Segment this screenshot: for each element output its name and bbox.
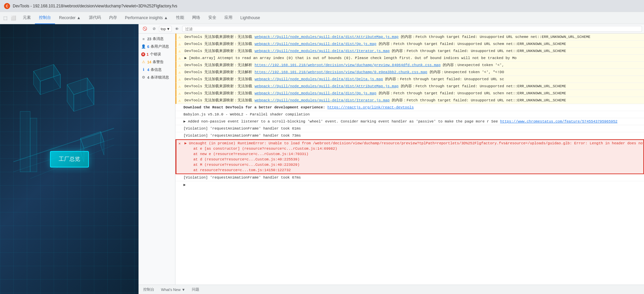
log-entry[interactable]: [Violation] 'requestAnimationFrame' hand… bbox=[175, 125, 644, 132]
log-entry[interactable]: Babylon.js v5.10.0 - WebGL2 - Parallel s… bbox=[175, 111, 644, 118]
log-entry[interactable]: ⚠▶ [mobx.array] Attempt to read an array… bbox=[175, 55, 644, 62]
title-bar: C DevTools - 192.168.101.218/webroot/dec… bbox=[0, 0, 644, 12]
warning-icon: ⚠ bbox=[178, 77, 181, 82]
log-text: DevTools 无法加载来源映射：无法加载 webpack://Quill/n… bbox=[184, 41, 641, 47]
console-log-area[interactable]: ⚠DevTools 无法加载来源映射：无法加载 webpack://Quill/… bbox=[175, 34, 644, 285]
log-link[interactable]: https://192.168.101.218/webroot/decision… bbox=[255, 63, 441, 67]
sidebar-item-verbose[interactable]: ⚙ 4 条详细消息 bbox=[139, 74, 175, 81]
log-link[interactable]: webpack://Quill/node_modules/quill-delta… bbox=[255, 35, 398, 39]
sidebar-item-info[interactable]: ℹ 4 条信息 bbox=[139, 66, 175, 74]
clear-console-button[interactable]: 🚫 bbox=[141, 26, 149, 32]
all-label: 条消息 bbox=[153, 36, 164, 41]
all-count: 23 bbox=[147, 37, 151, 41]
sidebar-item-error[interactable]: ✕ 1 个错误 bbox=[139, 50, 175, 58]
error-icon: ✕ bbox=[178, 141, 181, 146]
log-text: DevTools 无法加载来源映射：无法加载 webpack://Quill/n… bbox=[184, 98, 641, 103]
log-text: [Violation] 'requestAnimationFrame' hand… bbox=[183, 133, 641, 138]
warning-icon: ⚠ bbox=[178, 56, 181, 61]
warning-icon: ⚠ bbox=[178, 42, 181, 47]
tab-performance[interactable]: 性能 bbox=[172, 12, 188, 24]
log-text: ▶ Uncaught (in promise) RuntimeError: Un… bbox=[184, 141, 644, 173]
log-entry[interactable]: ⚠DevTools 无法加载来源映射：无法加载 webpack://Quill/… bbox=[175, 34, 644, 41]
svg-rect-12 bbox=[30, 118, 37, 172]
tab-bar: ⬚ ⬜ 元素 控制台 Recorder ▲ 源代码 内存 Performance… bbox=[0, 12, 644, 24]
sidebar-item-user[interactable]: 👤 6 条用户消息 bbox=[139, 43, 175, 50]
log-entry[interactable]: ⚠DevTools 无法加载来源映射：无法加载 webpack://Quill/… bbox=[175, 97, 644, 104]
warning-icon: ⚠ bbox=[178, 84, 181, 89]
log-text: DevTools 无法加载来源映射：无法加载 webpack://Quill/n… bbox=[184, 84, 641, 89]
error-count: 1 bbox=[147, 52, 149, 56]
warning-icon: ⚠ bbox=[178, 49, 181, 54]
log-entry[interactable]: ⚠DevTools 无法加载来源映射：无法加载 webpack://Quill/… bbox=[175, 83, 644, 90]
tab-security[interactable]: 安全 bbox=[204, 12, 220, 24]
toolbar: 🚫 ⊘ top ▼ 👁 bbox=[139, 24, 644, 34]
info-label: 条信息 bbox=[151, 67, 162, 72]
log-link[interactable]: https://www.chromestatus.com/feature/574… bbox=[500, 119, 618, 124]
bottom-tab-issues[interactable]: 问题 bbox=[190, 286, 201, 293]
tab-recorder[interactable]: Recorder ▲ bbox=[55, 12, 85, 24]
info-circle-icon: ℹ bbox=[141, 67, 146, 72]
verbose-icon: ⚙ bbox=[141, 75, 146, 80]
user-count: 6 bbox=[147, 45, 149, 49]
log-text: DevTools 无法加载来源映射：无法加载 webpack://Quill/n… bbox=[184, 91, 641, 96]
device-icon[interactable]: ⬜ bbox=[9, 14, 17, 22]
context-chevron: ▼ bbox=[166, 27, 170, 31]
tab-sources[interactable]: 源代码 bbox=[85, 12, 105, 24]
bottom-tab-whatsnew[interactable]: What's New ▼ bbox=[159, 287, 187, 292]
tab-bar-icons: ⬚ ⬜ bbox=[1, 14, 17, 22]
verbose-label: 条详细消息 bbox=[151, 75, 169, 80]
tab-elements[interactable]: 元素 bbox=[19, 12, 35, 24]
inspect-icon[interactable]: ⬚ bbox=[1, 14, 9, 22]
log-entry[interactable]: [Violation] 'requestAnimationFrame' hand… bbox=[175, 132, 644, 139]
warning-triangle-icon: ⚠ bbox=[141, 60, 146, 64]
warning-count: 14 bbox=[147, 60, 151, 64]
log-link[interactable]: webpack://Quill/node_modules/quill-delta… bbox=[255, 49, 390, 53]
log-link[interactable]: https://192.168.101.218/webroot/decision… bbox=[255, 70, 427, 74]
log-entry[interactable]: ⚠DevTools 无法加载来源映射：无法加载 webpack://Quill/… bbox=[175, 76, 644, 83]
tab-performance-insights[interactable]: Performance insights ▲ bbox=[121, 12, 172, 24]
warning-icon: ⚠ bbox=[178, 70, 181, 75]
tab-lighthouse[interactable]: Lighthouse bbox=[236, 12, 264, 24]
log-entry[interactable]: ▶ Added non-passive event listener to a … bbox=[175, 118, 644, 125]
log-entry[interactable]: ⚠DevTools 无法加载来源映射：无法加载 webpack://Quill/… bbox=[175, 48, 644, 55]
tab-application[interactable]: 应用 bbox=[220, 12, 236, 24]
log-entry[interactable]: ⚠DevTools 无法加载来源映射：无法解析 https://192.168.… bbox=[175, 62, 644, 69]
factory-shapes bbox=[13, 44, 114, 212]
tab-memory[interactable]: 内存 bbox=[105, 12, 121, 24]
log-entry[interactable]: Download the React DevTools for a better… bbox=[175, 104, 644, 111]
sidebar-item-warning[interactable]: ⚠ 14 条警告 bbox=[139, 58, 175, 66]
tab-network[interactable]: 网络 bbox=[188, 12, 204, 24]
console-sidebar: ≡ 23 条消息 👤 6 条用户消息 ✕ 1 个错误 bbox=[139, 34, 175, 285]
context-value: top bbox=[161, 27, 166, 31]
svg-marker-15 bbox=[101, 132, 104, 155]
log-link[interactable]: webpack://Quill/node_modules/quill-delta… bbox=[255, 42, 376, 46]
info-count: 4 bbox=[147, 68, 149, 72]
log-entry[interactable]: ⚠DevTools 无法加载来源映射：无法加载 webpack://Quill/… bbox=[175, 41, 644, 48]
sidebar-item-all[interactable]: ≡ 23 条消息 bbox=[139, 35, 175, 43]
verbose-count: 4 bbox=[147, 76, 149, 80]
log-link[interactable]: webpack://Quill/node_modules/quill-delta… bbox=[255, 98, 390, 102]
log-entry[interactable]: ✕▶ Uncaught (in promise) RuntimeError: U… bbox=[175, 139, 644, 174]
log-entry[interactable]: ⚠DevTools 无法加载来源映射：无法解析 https://192.168.… bbox=[175, 69, 644, 76]
log-link[interactable]: https://reactjs.org/link/react-devtools bbox=[327, 105, 414, 109]
eye-icon[interactable]: 👁 bbox=[173, 26, 181, 32]
preserve-log-button[interactable]: ⊘ bbox=[151, 26, 158, 32]
log-link[interactable]: webpack://Quill/node_modules/quill-delta… bbox=[255, 91, 376, 95]
warning-icon: ⚠ bbox=[178, 98, 181, 103]
log-link[interactable]: webpack://Quill/node_modules/quill-delta… bbox=[255, 77, 383, 81]
warning-icon: ⚠ bbox=[178, 63, 181, 68]
log-link[interactable]: webpack://Quill/node_modules/quill-delta… bbox=[255, 84, 398, 88]
all-icon: ≡ bbox=[141, 37, 146, 41]
svg-line-10 bbox=[30, 145, 114, 179]
svg-rect-11 bbox=[20, 111, 30, 172]
bottom-tab-console[interactable]: 控制台 bbox=[141, 286, 156, 293]
filter-input[interactable] bbox=[184, 26, 640, 32]
context-selector[interactable]: top ▼ bbox=[159, 26, 172, 32]
log-text: DevTools 无法加载来源映射：无法加载 webpack://Quill/n… bbox=[184, 77, 641, 82]
log-text: Download the React DevTools for a better… bbox=[183, 105, 641, 110]
error-circle-icon: ✕ bbox=[141, 52, 145, 56]
log-entry[interactable]: ⚠DevTools 无法加载来源映射：无法加载 webpack://Quill/… bbox=[175, 90, 644, 97]
log-entry[interactable]: [Violation] 'requestAnimationFrame' hand… bbox=[175, 174, 644, 181]
tab-console[interactable]: 控制台 bbox=[35, 12, 55, 24]
expand-arrow[interactable]: ▶ bbox=[175, 181, 644, 188]
